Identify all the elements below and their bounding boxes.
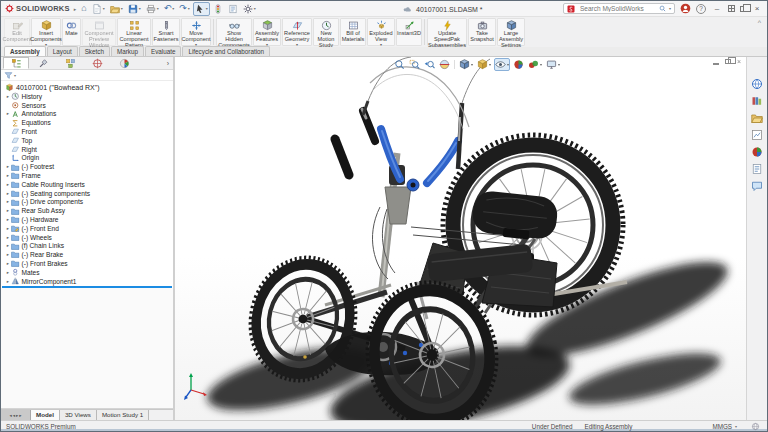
tab-configurationmanager[interactable] [57,57,83,69]
zoom-to-fit-button[interactable] [393,58,406,71]
restore-button[interactable] [728,5,735,12]
ribbon-button-mate[interactable]: Mate [62,18,81,46]
file-explorer-button[interactable] [750,111,765,124]
edit-appearance-button[interactable] [512,58,525,71]
view-palette-button[interactable] [750,128,765,141]
doc-close-icon[interactable]: × [737,58,741,65]
tab-motion-study-1[interactable]: Motion Study 1 [97,410,149,420]
ribbon-button-bill-of-materials[interactable]: Bill of Materials [340,18,366,46]
rebuild-button[interactable] [211,2,225,16]
cascade-windows-button[interactable] [740,6,746,12]
tree-root-assembly[interactable]: 40107001 ("Bowhead RX") [1,82,173,92]
ribbon-button-large-assembly-settings[interactable]: Large Assembly Settings [497,18,525,46]
ribbon-button-show-hidden-components[interactable]: Show Hidden Components [216,18,252,46]
minimize-button[interactable]: – [711,5,723,13]
tree-item-frame[interactable]: ▸Frame [1,171,173,180]
tree-item-mates[interactable]: ▸Mates [1,268,173,277]
view-settings-button[interactable]: ▾ [545,58,561,71]
tree-item-footrest[interactable]: ▸(-) Footrest [1,162,173,171]
display-style-button[interactable]: ▾ [476,58,492,71]
hand-cranks[interactable] [335,101,462,191]
custom-properties-button[interactable] [750,162,765,175]
filter-funnel-icon[interactable] [4,71,13,80]
tree-item-rear-brake[interactable]: ▸(-) Rear Brake [1,250,173,259]
ribbon-button-linear-component-pattern[interactable]: Linear Component Pattern▾ [117,18,151,46]
tree-item-cable-routing-inserts[interactable]: ▸Cable Routing Inserts [1,180,173,189]
tab-evaluate[interactable]: Evaluate [145,46,182,56]
print-button[interactable]: ▾ [144,2,161,16]
search-dropdown-icon[interactable]: ▾ [669,6,671,11]
search-box[interactable]: ▾ [563,3,675,14]
view-orientation-button[interactable]: ▾ [458,58,474,71]
menu-expand-arrow-icon[interactable]: ▸ [74,6,77,12]
tab-markup[interactable]: Markup [111,46,144,56]
tree-item-hardware[interactable]: ▸(-) Hardware [1,215,173,224]
ribbon-button-assembly-features[interactable]: Assembly Features▾ [253,18,281,46]
panel-expand-chevron[interactable]: › [167,60,171,67]
tree-item-annotations[interactable]: ▸Annotations [1,110,173,119]
ribbon-collapse-chevron[interactable]: ^ [754,18,765,27]
hide-show-items-button[interactable]: ▾ [494,58,510,71]
ribbon-button-insert-components[interactable]: Insert Components▾ [31,18,61,46]
ribbon-button-smart-fasteners[interactable]: Smart Fasteners [152,18,180,46]
tab-3d-views[interactable]: 3D Views [60,410,97,420]
tab-assembly[interactable]: Assembly [4,46,46,56]
graphics-area[interactable]: ▾ ▾ ▾ ▾ ▾ × [175,57,746,420]
ribbon-button-reference-geometry[interactable]: Reference Geometry▾ [282,18,312,46]
ribbon-button-update-speedpak[interactable]: Update SpeedPak Subassemblies [427,18,467,46]
ribbon-button-move-component[interactable]: Move Component▾ [181,18,211,46]
apply-scene-button[interactable]: ▾ [527,58,543,71]
tab-layout[interactable]: Layout [47,46,78,56]
tree-item-origin[interactable]: Origin [1,154,173,163]
ribbon-button-take-snapshot[interactable]: Take Snapshot [468,18,496,46]
user-avatar[interactable] [680,3,691,14]
tree-item-seating-components[interactable]: ▸(-) Seating components [1,189,173,198]
tree-item-equations[interactable]: Equations [1,118,173,127]
solidworks-forum-button[interactable] [750,179,765,192]
solidworks-resources-button[interactable] [750,77,765,90]
tree-item-right-plane[interactable]: Right [1,145,173,154]
file-properties-button[interactable] [226,2,240,16]
tree-filter-row[interactable]: ▾ [1,70,173,81]
tree-item-sensors[interactable]: Sensors [1,101,173,110]
appearances-scenes-button[interactable] [750,145,765,158]
select-tool-button[interactable]: ▾ [193,2,210,16]
units-dropdown-icon[interactable]: ▾ [735,424,737,429]
zoom-to-area-button[interactable] [408,58,421,71]
tree-item-top-plane[interactable]: Top [1,136,173,145]
undo-button[interactable]: ↶▾ [162,2,177,15]
previous-view-button[interactable] [423,58,436,71]
tree-item-drive-components[interactable]: ▸(-) Drive components [1,198,173,207]
search-input[interactable] [578,4,656,13]
tab-lifecycle-and-collaboration[interactable]: Lifecycle and Collaboration [182,46,270,56]
doc-minimize-icon[interactable] [713,63,719,65]
save-button[interactable]: ▾ [126,2,143,16]
home-button[interactable]: ⌂ [79,2,88,15]
status-units-selector[interactable]: MMGS▾ [712,423,737,430]
tab-featuremanager-tree[interactable] [3,57,29,69]
tree-item-front-end[interactable]: ▸(-) Front End [1,224,173,233]
new-document-button[interactable]: ▾ [90,2,107,16]
tree-item-history[interactable]: ▸History [1,92,173,101]
redo-button[interactable]: ↷▾ [177,2,192,15]
tree-item-front-plane[interactable]: Front [1,127,173,136]
ribbon-button-instant3d[interactable]: Instant3D [396,18,422,46]
tree-item-chain-links[interactable]: ▸(f) Chain Links [1,242,173,251]
doc-restore-icon[interactable] [725,59,731,64]
tree-item-rear-sub-assy[interactable]: ▸Rear Sub Assy [1,206,173,215]
tab-scroll-control[interactable]: ◂◂▸▸ [1,410,31,420]
status-globe-icon[interactable] [751,422,760,431]
tree-item-front-brakes[interactable]: ▸(-) Front Brakes [1,259,173,268]
options-button[interactable]: ▾ [241,2,258,16]
tree-item-mirrorcomponent1[interactable]: ▸MirrorComponent1 [1,277,173,286]
tab-model[interactable]: Model [31,410,60,420]
search-icon[interactable] [659,5,666,12]
ribbon-button-exploded-view[interactable]: Exploded View▾ [367,18,395,46]
model-viewport-bowhead-rx[interactable] [175,57,746,420]
ribbon-button-new-motion-study[interactable]: New Motion Study [313,18,339,46]
tab-propertymanager[interactable] [30,57,56,69]
help-button[interactable]: ? [696,4,706,14]
section-view-button[interactable] [438,58,451,71]
open-button[interactable]: ▾ [108,2,125,16]
filter-dropdown-icon[interactable]: ▾ [14,73,16,78]
